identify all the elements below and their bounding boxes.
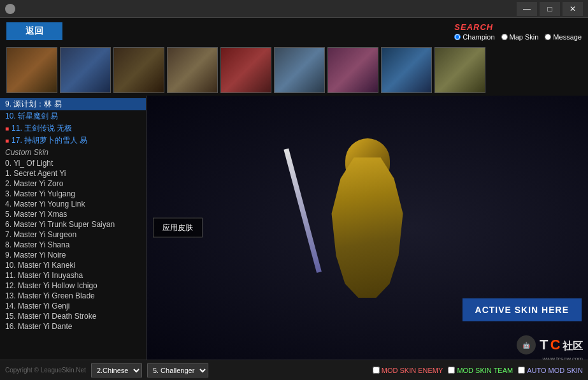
- champion-portrait-5[interactable]: [274, 47, 325, 93]
- radio-message[interactable]: Message: [545, 33, 582, 41]
- tc-robot-icon: 🤖: [517, 335, 536, 354]
- mod-auto-option[interactable]: AUTO MOD SKIN: [518, 367, 583, 374]
- custom-skin-1[interactable]: 1. Secret Agent Yi: [0, 168, 146, 179]
- skin-item-default-1[interactable]: 10. 斩星魔剑 易: [0, 110, 146, 122]
- main-area: 返回 SEARCH Champion Map Skin Message: [0, 18, 588, 380]
- tc-url: www.tcsqw.com: [542, 356, 583, 360]
- champion-portrait-6[interactable]: [327, 47, 378, 93]
- custom-skin-label: Custom Skin: [0, 147, 146, 158]
- custom-skin-3[interactable]: 3. Master Yi Yulgang: [0, 189, 146, 199]
- custom-skin-4[interactable]: 4. Master Yi Young Link: [0, 199, 146, 209]
- apply-skin-button[interactable]: 应用皮肤: [153, 218, 203, 238]
- custom-skin-13[interactable]: 13. Master Yi Green Blade: [0, 291, 146, 301]
- app-icon: [5, 4, 15, 14]
- tc-text: T C 社区 www.tcsqw.com: [540, 337, 583, 353]
- portraits-row: [0, 45, 588, 96]
- custom-skin-5[interactable]: 5. Master Yi Xmas: [0, 209, 146, 219]
- champion-portrait-8[interactable]: [434, 47, 485, 93]
- champion-silhouette: [285, 126, 450, 330]
- title-bar: — □ ✕: [0, 0, 588, 18]
- tc-c: C: [550, 337, 561, 353]
- mod-enemy-option[interactable]: MOD SKIN ENEMY: [373, 367, 443, 374]
- custom-skin-0[interactable]: 0. Yi_ Of Light: [0, 158, 146, 168]
- skin-list[interactable]: 9. 源计划：林 易 10. 斩星魔剑 易 ■11. 王剑传说 无极 ■17. …: [0, 96, 146, 360]
- radio-mapskin[interactable]: Map Skin: [501, 33, 539, 41]
- language-dropdown[interactable]: 2.Chinese: [91, 363, 142, 377]
- custom-skin-15[interactable]: 15. Master Yi Death Stroke: [0, 311, 146, 321]
- mod-auto-label: AUTO MOD SKIN: [527, 367, 583, 374]
- tc-community: 社区: [563, 340, 583, 351]
- custom-skin-12[interactable]: 12. Master Yi Hollow Ichigo: [0, 281, 146, 291]
- champion-portrait-7[interactable]: [381, 47, 432, 93]
- skin-item-default-0[interactable]: 9. 源计划：林 易: [0, 98, 146, 110]
- champion-portrait-3[interactable]: [167, 47, 218, 93]
- center-panel: 应用皮肤 ACTIVE SKIN HERE 🤖 T C 社区 www.tcsqw…: [147, 96, 588, 360]
- top-bar: 返回 SEARCH Champion Map Skin Message: [0, 18, 588, 45]
- skin-item-default-3[interactable]: ■17. 持胡萝卜的雪人 易: [0, 135, 146, 147]
- minimize-button[interactable]: —: [517, 2, 537, 16]
- search-label: SEARCH: [454, 22, 493, 32]
- window-controls: — □ ✕: [517, 2, 583, 16]
- mod-options: MOD SKIN ENEMY MOD SKIN TEAM AUTO MOD SK…: [373, 367, 583, 374]
- mod-team-label: MOD SKIN TEAM: [457, 367, 513, 374]
- content-area: 9. 源计划：林 易 10. 斩星魔剑 易 ■11. 王剑传说 无极 ■17. …: [0, 96, 588, 360]
- close-button[interactable]: ✕: [563, 2, 583, 16]
- back-button[interactable]: 返回: [6, 22, 62, 40]
- active-skin-button[interactable]: ACTIVE SKIN HERE: [463, 298, 582, 321]
- left-panel: 9. 源计划：林 易 10. 斩星魔剑 易 ■11. 王剑传说 无极 ■17. …: [0, 96, 147, 360]
- custom-skin-8[interactable]: 8. Master Yi Shana: [0, 240, 146, 250]
- skin-item-default-2[interactable]: ■11. 王剑传说 无极: [0, 122, 146, 135]
- bottom-bar: Copyright © LeagueSkin.Net 2.Chinese 5. …: [0, 360, 588, 380]
- custom-skin-9[interactable]: 9. Master Yi Noire: [0, 250, 146, 260]
- mod-team-option[interactable]: MOD SKIN TEAM: [448, 367, 513, 374]
- champion-portrait-2[interactable]: [113, 47, 164, 93]
- custom-skin-11[interactable]: 11. Master Yi Inuyasha: [0, 270, 146, 281]
- copyright-text: Copyright © LeagueSkin.Net: [5, 367, 86, 374]
- tc-t: T: [540, 337, 548, 353]
- custom-skin-16[interactable]: 16. Master Yi Dante: [0, 321, 146, 332]
- search-area: SEARCH Champion Map Skin Message: [454, 22, 582, 41]
- rank-dropdown[interactable]: 5. Challenger: [147, 363, 208, 377]
- champion-portrait-1[interactable]: [60, 47, 111, 93]
- search-options: Champion Map Skin Message: [454, 33, 582, 41]
- custom-skin-14[interactable]: 14. Master Yi Genji: [0, 301, 146, 311]
- body-shape: [323, 157, 412, 298]
- champion-portrait-4[interactable]: [220, 47, 271, 93]
- custom-skin-7[interactable]: 7. Master Yi Surgeon: [0, 230, 146, 240]
- custom-skin-10[interactable]: 10. Master Yi Kaneki: [0, 260, 146, 270]
- mod-enemy-label: MOD SKIN ENEMY: [382, 367, 443, 374]
- sword-shape: [283, 149, 321, 273]
- maximize-button[interactable]: □: [540, 2, 560, 16]
- custom-skin-2[interactable]: 2. Master Yi Zoro: [0, 179, 146, 189]
- radio-champion[interactable]: Champion: [454, 33, 494, 41]
- champion-art: 应用皮肤 ACTIVE SKIN HERE 🤖 T C 社区 www.tcsqw…: [147, 96, 588, 360]
- champion-portrait-0[interactable]: [6, 47, 57, 93]
- tc-logo-area: 🤖 T C 社区 www.tcsqw.com: [517, 335, 583, 354]
- custom-skin-6[interactable]: 6. Master Yi Trunk Super Saiyan: [0, 219, 146, 230]
